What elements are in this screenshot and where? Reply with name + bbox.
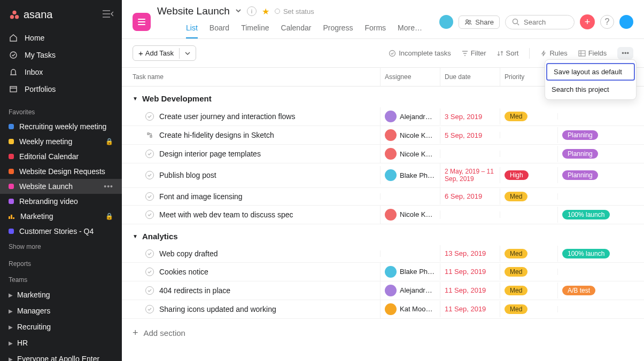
search-input[interactable] <box>524 18 567 26</box>
user-avatar[interactable] <box>619 15 633 29</box>
project-color-dot <box>9 154 14 159</box>
tab-list[interactable]: List <box>186 20 198 38</box>
assignee-avatar <box>385 303 397 315</box>
favorite-item[interactable]: Editorial Calendar <box>0 149 122 164</box>
show-more-link[interactable]: Show more <box>0 239 122 255</box>
share-button[interactable]: Share <box>459 15 500 29</box>
task-row[interactable]: Create hi-fidelity designs in Sketch Nic… <box>122 126 644 145</box>
task-row[interactable]: Design interior page templates Nicole Ka… <box>122 145 644 163</box>
fields-button[interactable]: Fields <box>578 49 607 57</box>
collapse-sidebar-icon[interactable] <box>103 10 113 19</box>
add-section-button[interactable]: +Add section <box>122 319 644 347</box>
help-button[interactable]: ? <box>600 15 614 29</box>
team-item[interactable]: ▶Everyone at Apollo Enter <box>0 351 122 361</box>
project-color-dot <box>9 169 14 174</box>
team-item[interactable]: ▶Marketing <box>0 287 122 303</box>
project-color-icon[interactable] <box>133 13 151 31</box>
favorite-item[interactable]: Recruiting weekly meeting <box>0 119 122 134</box>
task-row[interactable]: 404 redirects in place Alejandro L… 11 S… <box>122 281 644 300</box>
complete-check-icon[interactable] <box>145 171 154 179</box>
complete-check-icon[interactable] <box>145 249 154 258</box>
incomplete-filter[interactable]: Incomplete tasks <box>389 49 451 57</box>
task-name: Sharing icons updated and working <box>159 305 276 313</box>
star-icon[interactable]: ★ <box>262 6 269 17</box>
fields-icon <box>578 50 586 57</box>
nav-inbox[interactable]: Inbox <box>0 64 122 81</box>
favorite-item[interactable]: Website Design Requests <box>0 164 122 179</box>
assignee-avatar <box>385 209 397 221</box>
favorite-more-icon[interactable]: ••• <box>104 182 113 191</box>
dropdown-search-project[interactable]: Search this project <box>545 82 636 97</box>
due-date: 3 Sep, 2019 <box>440 108 500 125</box>
due-date: 13 Sep, 2019 <box>440 245 500 262</box>
team-item[interactable]: ▶Managers <box>0 303 122 319</box>
complete-check-icon[interactable] <box>145 286 154 295</box>
tag-pill: A/B test <box>562 286 595 295</box>
col-header-task[interactable]: Task name <box>122 68 380 86</box>
plus-icon: + <box>133 327 138 339</box>
favorite-item[interactable]: Rebranding video <box>0 194 122 209</box>
complete-check-icon[interactable] <box>145 268 154 276</box>
project-member-avatar[interactable] <box>439 15 453 29</box>
dropdown-save-layout[interactable]: Save layout as default <box>546 63 635 81</box>
complete-check-icon[interactable] <box>145 150 154 158</box>
favorite-label: Editorial Calendar <box>19 152 113 161</box>
task-row[interactable]: Cookies notice Blake Pham 11 Sep, 2019 M… <box>122 263 644 281</box>
task-row[interactable]: Font and image licensing 6 Sep, 2019 Med <box>122 188 644 206</box>
global-add-button[interactable]: + <box>580 14 595 29</box>
task-name: Cookies notice <box>159 268 208 276</box>
set-status-button[interactable]: Set status <box>275 7 314 15</box>
project-title[interactable]: Website Launch <box>157 5 230 17</box>
rules-button[interactable]: Rules <box>540 49 567 57</box>
project-info-icon[interactable]: i <box>247 6 257 16</box>
tab-progress[interactable]: Progress <box>323 20 353 38</box>
task-row[interactable]: Web copy drafted 13 Sep, 2019 Med 100% l… <box>122 245 644 263</box>
favorite-item[interactable]: Marketing🔒 <box>0 209 122 224</box>
tab-board[interactable]: Board <box>210 20 229 38</box>
complete-check-icon[interactable] <box>145 210 154 219</box>
tab-forms[interactable]: Forms <box>364 20 386 38</box>
complete-check-icon[interactable] <box>145 112 154 121</box>
nav-icon <box>9 67 18 77</box>
priority-pill: Med <box>505 304 527 314</box>
team-item[interactable]: ▶Recruiting <box>0 319 122 335</box>
filter-button[interactable]: Filter <box>462 49 486 57</box>
team-item[interactable]: ▶HR <box>0 335 122 351</box>
task-row[interactable]: Meet with web dev team to discuss spec N… <box>122 206 644 224</box>
favorite-item[interactable]: Customer Stories - Q4 <box>0 224 122 239</box>
section-header[interactable]: ▼Analytics <box>122 224 644 245</box>
nav-portfolios[interactable]: Portfolios <box>0 81 122 98</box>
task-row[interactable]: Publish blog post Blake Pham 2 May, 2019… <box>122 163 644 188</box>
task-row[interactable]: Create user journey and interaction flow… <box>122 107 644 126</box>
sort-button[interactable]: Sort <box>497 49 519 57</box>
tab-more[interactable]: More… <box>398 20 422 38</box>
check-circle-icon <box>389 50 396 57</box>
favorite-item[interactable]: Weekly meeting🔒 <box>0 134 122 149</box>
more-actions-button[interactable]: ••• <box>617 47 633 59</box>
svg-rect-6 <box>138 21 145 22</box>
assignee-avatar <box>385 111 397 122</box>
sort-label: Sort <box>506 49 519 57</box>
add-task-chevron-icon[interactable] <box>179 48 196 59</box>
task-row[interactable]: Sharing icons updated and working Kat Mo… <box>122 300 644 319</box>
favorite-item[interactable]: Website Launch••• <box>0 179 122 194</box>
priority-pill: Med <box>505 192 527 201</box>
tab-calendar[interactable]: Calendar <box>281 20 312 38</box>
project-title-chevron-icon[interactable] <box>235 6 242 16</box>
add-task-button[interactable]: +Add Task <box>133 45 196 61</box>
assignee-name: Nicole Kap… <box>400 210 436 218</box>
nav-home[interactable]: Home <box>0 29 122 46</box>
complete-check-icon[interactable] <box>145 192 154 201</box>
col-header-due[interactable]: Due date <box>440 68 500 86</box>
col-header-assignee[interactable]: Assignee <box>380 68 440 86</box>
search-box[interactable] <box>505 15 575 29</box>
incomplete-label: Incomplete tasks <box>399 49 451 57</box>
tab-timeline[interactable]: Timeline <box>241 20 269 38</box>
assignee-name: Alejandro L… <box>400 286 436 294</box>
status-ring-icon <box>275 9 280 14</box>
project-header: Website Launch i ★ Set status ListBoardT… <box>122 0 644 38</box>
nav-my-tasks[interactable]: My Tasks <box>0 46 122 64</box>
logo[interactable]: asana <box>9 9 53 21</box>
nav-icon <box>9 84 18 94</box>
complete-check-icon[interactable] <box>145 305 154 313</box>
